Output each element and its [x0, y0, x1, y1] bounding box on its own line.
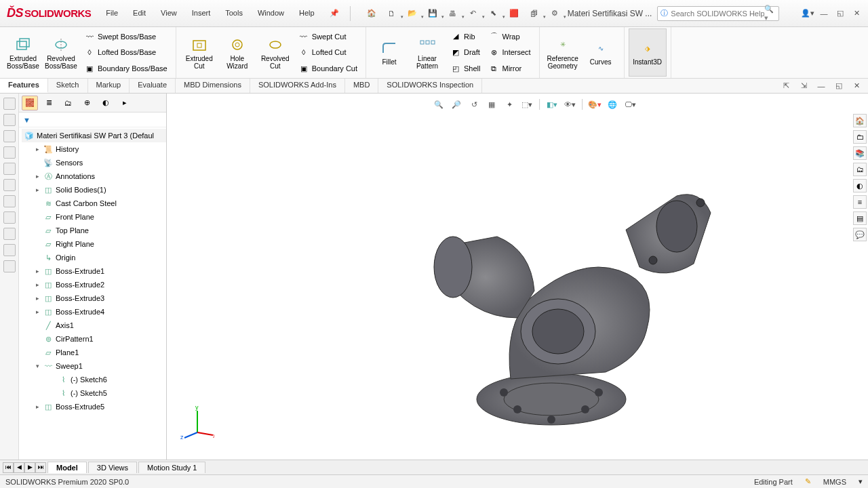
expand-icon[interactable]: ▸	[34, 281, 41, 288]
rib-button[interactable]: ◢Rib	[448, 29, 483, 44]
tree-item[interactable]: ▱Front Plane	[22, 210, 166, 224]
task-icon[interactable]	[3, 98, 16, 110]
new-doc-icon[interactable]: 🗋	[384, 6, 399, 21]
tree-item[interactable]: ▸◫Boss-Extrude1	[22, 264, 166, 278]
status-dropdown-icon[interactable]: ▾	[859, 477, 863, 486]
tab-markup[interactable]: Markup	[88, 79, 130, 93]
tree-item[interactable]: ▸◫Boss-Extrude2	[22, 278, 166, 291]
home-icon[interactable]: 🏠	[364, 6, 379, 21]
curves-button[interactable]: ∿Curves	[582, 28, 620, 77]
tree-item[interactable]: ↳Origin	[22, 251, 166, 264]
doc-max-icon[interactable]: ◱	[831, 79, 846, 94]
lofted-boss-button[interactable]: ◊Lofted Boss/Base	[81, 45, 170, 60]
tab-mbd-dimensions[interactable]: MBD Dimensions	[176, 79, 250, 93]
menu-file[interactable]: File	[99, 6, 125, 20]
extruded-cut-button[interactable]: Extruded Cut	[180, 28, 218, 77]
tree-item[interactable]: 📡Sensors	[22, 156, 166, 169]
expand-icon[interactable]: ▸	[34, 173, 41, 180]
shell-button[interactable]: ◰Shell	[448, 61, 483, 76]
swept-cut-button[interactable]: 〰Swept Cut	[296, 29, 360, 44]
doc-min-icon[interactable]: —	[814, 79, 829, 94]
tree-item[interactable]: ╱Axis1	[22, 319, 166, 332]
prev-tab-btn[interactable]: ◀	[14, 462, 24, 473]
tree-item[interactable]: ▱Top Plane	[22, 224, 166, 237]
tree-item[interactable]: ▱Plane1	[22, 346, 166, 359]
task-icon[interactable]	[3, 228, 16, 240]
draft-button[interactable]: ◩Draft	[448, 45, 483, 60]
file-props-icon[interactable]: 🗐	[527, 6, 542, 21]
scene-icon[interactable]: 🌐	[606, 98, 619, 111]
menu-help[interactable]: Help	[292, 6, 321, 20]
tree-item[interactable]: ▸◫Boss-Extrude5	[22, 400, 166, 413]
doc-close-icon[interactable]: ✕	[849, 79, 864, 94]
section-view-icon[interactable]: ▦	[485, 98, 498, 111]
tree-item[interactable]: ▸ⒶAnnotations	[22, 169, 166, 183]
forum-icon[interactable]: 💬	[853, 228, 867, 241]
close-icon[interactable]: ✕	[849, 6, 864, 21]
boundary-boss-button[interactable]: ▣Boundary Boss/Base	[81, 61, 170, 76]
display-tab-icon[interactable]: ◐	[98, 96, 114, 110]
tab-inspection[interactable]: SOLIDWORKS Inspection	[378, 79, 482, 93]
home-pane-icon[interactable]: 🏠	[853, 114, 867, 127]
tab-evaluate[interactable]: Evaluate	[130, 79, 176, 93]
status-rebuild-icon[interactable]: ✎	[805, 477, 811, 486]
menu-view[interactable]: View	[154, 6, 184, 20]
menu-window[interactable]: Window	[251, 6, 291, 20]
swept-boss-button[interactable]: 〰Swept Boss/Base	[81, 29, 170, 44]
hide-show-icon[interactable]: 👁▾	[563, 98, 576, 111]
view-palette-icon[interactable]: ◐	[853, 179, 867, 192]
resources-pane-icon[interactable]: 🗀	[853, 130, 867, 144]
tree-root[interactable]: 🧊 Materi Sertifikasi SW Part 3 (Defaul	[22, 129, 166, 142]
appearance-icon[interactable]: 🎨▾	[588, 98, 601, 111]
expand-icon[interactable]: ▸	[34, 186, 41, 193]
linear-pattern-button[interactable]: Linear Pattern	[408, 28, 446, 77]
task-icon[interactable]	[3, 195, 16, 207]
tree-item[interactable]: ≋Cast Carbon Steel	[22, 197, 166, 210]
feature-tree-tab-icon[interactable]: 🧱	[22, 96, 38, 110]
custom-props-icon[interactable]: ▤	[853, 211, 867, 225]
mirror-button[interactable]: ⧉Mirror	[486, 61, 533, 76]
fillet-button[interactable]: Fillet	[370, 28, 408, 77]
intersect-button[interactable]: ⊗Intersect	[486, 45, 533, 60]
tree-item[interactable]: ▸◫Boss-Extrude3	[22, 291, 166, 305]
extruded-boss-button[interactable]: Extruded Boss/Base	[4, 28, 42, 77]
maximize-icon[interactable]: ◱	[833, 6, 848, 21]
menu-edit[interactable]: Edit	[126, 6, 153, 20]
expand-icon[interactable]: ▸	[34, 308, 41, 315]
tab-motion-study[interactable]: Motion Study 1	[138, 462, 205, 473]
tree-item[interactable]: ▸◫Solid Bodies(1)	[22, 183, 166, 197]
tab-features[interactable]: Features	[0, 79, 48, 93]
tab-addins[interactable]: SOLIDWORKS Add-Ins	[250, 79, 345, 93]
dimxpert-tab-icon[interactable]: ⊕	[79, 96, 95, 110]
more-tab-icon[interactable]: ▸	[117, 96, 133, 110]
tree-item[interactable]: ⌇(-) Sketch5	[22, 386, 166, 400]
design-lib-icon[interactable]: 📚	[853, 146, 867, 160]
zoom-fit-icon[interactable]: 🔍	[432, 98, 446, 111]
expand-icon[interactable]: ▸	[34, 403, 41, 410]
collapse-icon[interactable]: ⇱	[778, 79, 793, 94]
prev-view-icon[interactable]: ↺	[467, 98, 481, 111]
open-icon[interactable]: 📂	[405, 6, 420, 21]
print-icon[interactable]: 🖶	[446, 6, 460, 21]
expand-icon[interactable]: ⇲	[796, 79, 811, 94]
tab-mbd[interactable]: MBD	[345, 79, 378, 93]
menu-pin[interactable]: 📌	[323, 6, 346, 20]
graphics-viewport[interactable]: 🔍 🔎 ↺ ▦ ✦ ⬚▾ ◧▾ 👁▾ 🎨▾ 🌐 🖵▾ 🏠 🗀 📚 🗂 ◐ ≡ ▤…	[167, 94, 868, 460]
display-style-icon[interactable]: ◧▾	[545, 98, 559, 111]
expand-icon[interactable]: ▸	[34, 295, 41, 302]
config-tab-icon[interactable]: 🗂	[60, 96, 76, 110]
hole-wizard-button[interactable]: Hole Wizard	[218, 28, 256, 77]
options-icon[interactable]: ⚙	[547, 6, 562, 21]
undo-icon[interactable]: ↶	[466, 6, 481, 21]
wrap-button[interactable]: ⌒Wrap	[486, 29, 533, 44]
tree-item[interactable]: ▱Right Plane	[22, 237, 166, 251]
boundary-cut-button[interactable]: ▣Boundary Cut	[296, 61, 360, 76]
task-icon[interactable]	[3, 163, 16, 175]
revolved-cut-button[interactable]: Revolved Cut	[256, 28, 294, 77]
user-icon[interactable]: 👤▾	[800, 6, 815, 21]
tree-item[interactable]: ▾〰Sweep1	[22, 359, 166, 373]
view-settings-icon[interactable]: 🖵▾	[623, 98, 637, 111]
tree-item[interactable]: ▸📜History	[22, 142, 166, 156]
revolved-boss-button[interactable]: Revolved Boss/Base	[42, 28, 80, 77]
task-icon[interactable]	[3, 179, 16, 191]
